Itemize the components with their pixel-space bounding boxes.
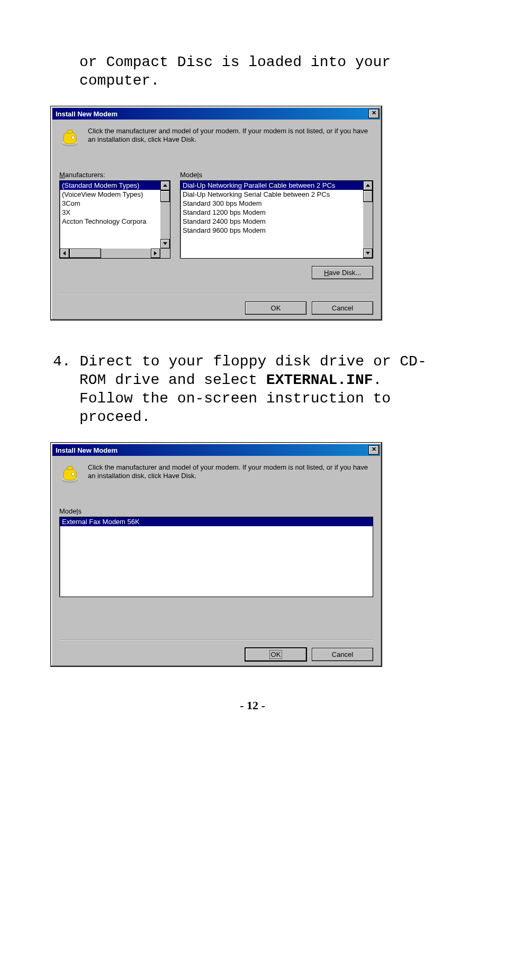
manufacturers-label: Manufacturers: [59, 171, 170, 179]
close-icon[interactable]: ✕ [368, 109, 379, 118]
page-number: - 12 - [42, 699, 463, 712]
models-listbox[interactable]: Dial-Up Networking Parallel Cable betwee… [180, 180, 373, 259]
models-listbox[interactable]: External Fax Modem 56K [59, 517, 373, 597]
scroll-up-icon[interactable] [363, 181, 373, 190]
cancel-button[interactable]: Cancel [312, 301, 373, 315]
list-item[interactable]: Accton Technology Corpora [60, 217, 170, 226]
svg-point-7 [71, 472, 75, 475]
scroll-thumb[interactable] [160, 190, 170, 202]
scroll-down-icon[interactable] [363, 249, 373, 258]
scroll-left-icon[interactable] [60, 249, 69, 258]
list-item[interactable]: Standard 300 bps Modem [181, 199, 373, 208]
list-item[interactable]: Dial-Up Networking Parallel Cable betwee… [181, 181, 373, 190]
step-4-paragraph: 4. Direct to your floppy disk drive or C… [53, 352, 439, 426]
list-item[interactable]: (Standard Modem Types) [60, 181, 170, 190]
svg-rect-6 [67, 466, 73, 470]
list-item[interactable]: (VoiceView Modem Types) [60, 190, 170, 199]
have-disk-button[interactable]: Have Disk... [312, 266, 373, 279]
models-label: Models [59, 507, 373, 515]
title-text: Install New Modem [56, 446, 368, 454]
install-modem-dialog-2: Install New Modem ✕ Click the manufactur… [50, 442, 382, 667]
modem-icon [59, 463, 80, 486]
titlebar: Install New Modem ✕ [52, 108, 380, 120]
scroll-right-icon[interactable] [151, 249, 160, 258]
title-text: Install New Modem [56, 110, 368, 118]
scroll-down-icon[interactable] [160, 239, 170, 249]
ok-button[interactable]: OK [245, 648, 306, 661]
modem-icon [59, 127, 80, 150]
intro-text: Click the manufacturer and model of your… [88, 127, 373, 150]
titlebar: Install New Modem ✕ [52, 444, 380, 456]
cancel-button[interactable]: Cancel [312, 648, 373, 661]
list-item[interactable]: Standard 1200 bps Modem [181, 208, 373, 217]
list-item[interactable]: External Fax Modem 56K [60, 517, 373, 526]
list-item[interactable]: Standard 9600 bps Modem [181, 226, 373, 235]
ok-button[interactable]: OK [245, 301, 306, 315]
intro-paragraph: or Compact Disc is loaded into your comp… [79, 53, 418, 90]
list-item[interactable]: Dial-Up Networking Serial Cable between … [181, 190, 373, 199]
list-item[interactable]: Standard 2400 bps Modem [181, 217, 373, 226]
install-modem-dialog-1: Install New Modem ✕ Click the manufactur… [50, 106, 382, 320]
svg-point-3 [71, 136, 75, 139]
svg-rect-2 [67, 130, 73, 133]
manufacturers-listbox[interactable]: (Standard Modem Types) (VoiceView Modem … [59, 180, 170, 259]
list-item[interactable]: 3X [60, 208, 170, 217]
models-label: Models [180, 171, 373, 179]
list-item[interactable]: 3Com [60, 199, 170, 208]
intro-text: Click the manufacturer and model of your… [88, 463, 373, 486]
scroll-up-icon[interactable] [160, 181, 170, 190]
scroll-thumb[interactable] [363, 190, 373, 202]
close-icon[interactable]: ✕ [368, 445, 379, 455]
hscroll-thumb[interactable] [69, 249, 101, 258]
